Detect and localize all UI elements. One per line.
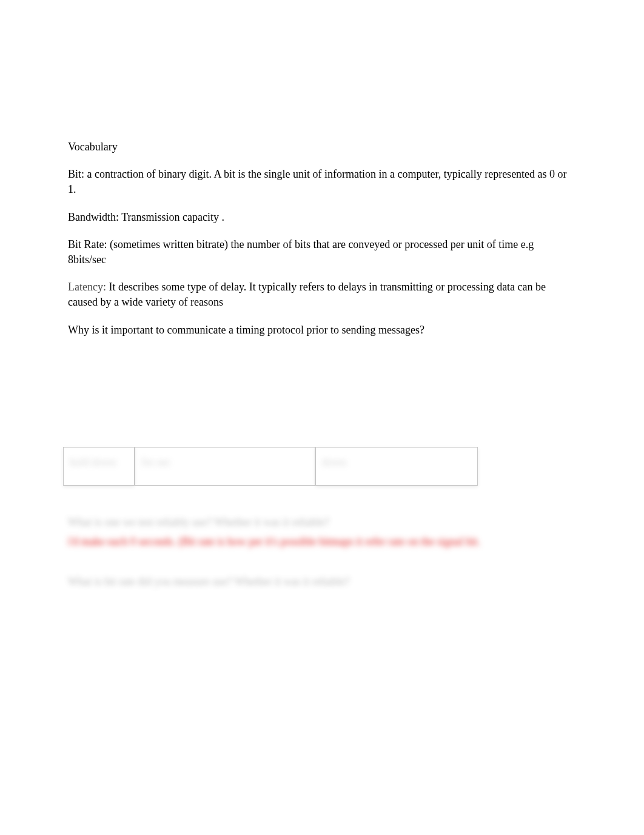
cell-2-text: for sec — [141, 456, 170, 468]
blurred-question-2: What is bit rate did you measure use? Wh… — [68, 574, 574, 589]
bandwidth-definition: Bandwidth: Transmission capacity . — [68, 210, 574, 225]
cell-3-text: down — [322, 456, 346, 468]
blurred-answer: i'd make each 0 seconds. (Bit rate is ho… — [68, 534, 574, 550]
timing-protocol-question: Why is it important to communicate a tim… — [68, 323, 574, 338]
blurred-question-1: What is one we test reliably use? Whethe… — [68, 515, 574, 530]
bitrate-definition: Bit Rate: (sometimes written bitrate) th… — [68, 237, 574, 267]
latency-label: Latency: — [68, 281, 106, 293]
table-cell-3: down — [315, 447, 478, 486]
cell-1-text: hold down — [70, 456, 116, 468]
table-cell-1: hold down — [63, 447, 135, 486]
bit-definition: Bit: a contraction of binary digit. A bi… — [68, 167, 574, 197]
latency-definition: Latency: It describes some type of delay… — [68, 280, 574, 310]
table-cell-2: for sec — [135, 447, 315, 486]
latency-text: It describes some type of delay. It typi… — [68, 281, 546, 308]
vocabulary-heading: Vocabulary — [68, 139, 574, 155]
protocol-table: hold down for sec down — [63, 447, 579, 486]
